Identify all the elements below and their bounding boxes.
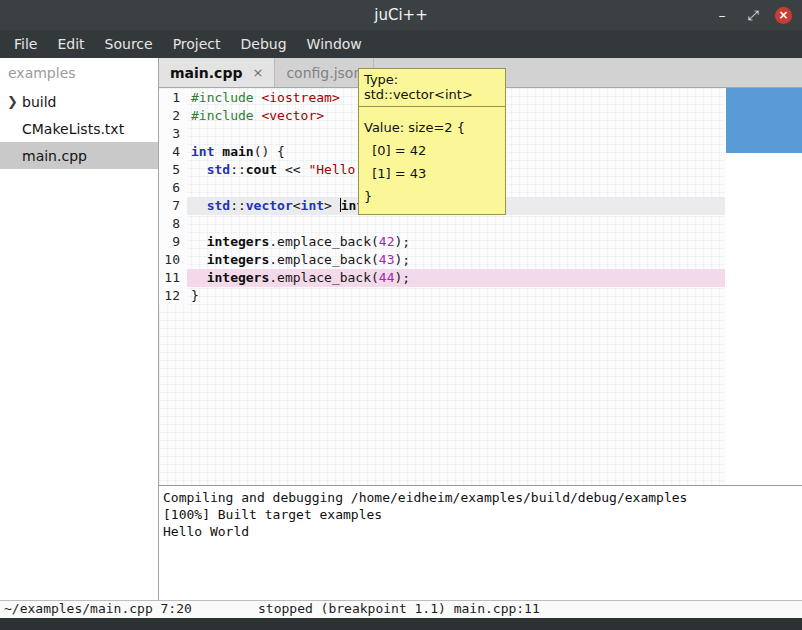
code-token: .emplace_back(	[269, 252, 379, 267]
tree-item-build[interactable]: ❯build	[0, 88, 158, 115]
menu-item-debug[interactable]: Debug	[231, 30, 297, 58]
line-number: 7	[159, 197, 187, 215]
code-text[interactable]: integers.emplace_back(43);	[187, 251, 725, 269]
project-tree: ❯buildCMakeLists.txtmain.cpp	[0, 88, 158, 169]
tooltip-value-line: [1] = 43	[364, 162, 500, 185]
code-token: 44	[379, 270, 395, 285]
code-token: std	[207, 162, 230, 177]
code-token: int	[191, 144, 214, 159]
tree-item-cmakelists-txt[interactable]: CMakeLists.txt	[0, 115, 158, 142]
window-controls: – ⤢ ×	[713, 6, 802, 24]
menu-item-source[interactable]: Source	[95, 30, 163, 58]
code-token: );	[395, 252, 411, 267]
status-bar: ~/examples/main.cpp 7:20 stopped (breakp…	[0, 600, 802, 618]
output-line: Compiling and debugging /home/eidheim/ex…	[163, 489, 798, 506]
code-token	[191, 162, 207, 177]
app-window: juCi++ – ⤢ × FileEditSourceProjectDebugW…	[0, 0, 802, 630]
line-number: 12	[159, 287, 187, 305]
line-number: 6	[159, 179, 187, 197]
file-sidebar: examples ❯buildCMakeLists.txtmain.cpp	[0, 58, 159, 600]
code-token: }	[191, 288, 199, 303]
code-token: ::	[230, 198, 246, 213]
code-text[interactable]: integers.emplace_back(42);	[187, 233, 725, 251]
tab-main-cpp[interactable]: main.cpp×	[159, 58, 275, 87]
line-number: 11	[159, 269, 187, 287]
code-token: vector	[246, 198, 293, 213]
title-bar: juCi++ – ⤢ ×	[0, 0, 802, 30]
code-line[interactable]: 8	[159, 215, 725, 233]
code-token: cout	[246, 162, 277, 177]
menu-bar: FileEditSourceProjectDebugWindow	[0, 30, 802, 58]
code-line[interactable]: 10 integers.emplace_back(43);	[159, 251, 725, 269]
code-token	[191, 252, 207, 267]
tooltip-value-line: }	[364, 185, 500, 208]
code-token: int	[301, 198, 324, 213]
tree-item-main-cpp[interactable]: main.cpp	[0, 142, 158, 169]
status-debug-state: stopped (breakpoint 1.1) main.cpp:11	[258, 601, 540, 616]
project-name-header: examples	[0, 58, 158, 88]
tab-close-icon[interactable]: ×	[252, 65, 263, 80]
code-token: >	[324, 198, 340, 213]
code-token: );	[395, 234, 411, 249]
tree-item-label: CMakeLists.txt	[22, 121, 124, 137]
code-text[interactable]	[187, 215, 725, 233]
output-panel: Compiling and debugging /home/eidheim/ex…	[159, 485, 802, 600]
line-number: 1	[159, 89, 187, 107]
tooltip-type-line: Type: std::vector<int>	[358, 68, 506, 107]
close-button[interactable]: ×	[775, 7, 792, 24]
menu-item-window[interactable]: Window	[297, 30, 372, 58]
minimap-block[interactable]	[726, 88, 802, 153]
chevron-right-icon[interactable]: ❯	[7, 94, 22, 109]
minimize-button[interactable]: –	[713, 6, 731, 24]
code-token	[191, 234, 207, 249]
code-line[interactable]: 11 integers.emplace_back(44);	[159, 269, 725, 287]
code-token: <	[293, 198, 301, 213]
code-token: <vector>	[261, 108, 324, 123]
code-token: ::	[230, 162, 246, 177]
tooltip-value-line: [0] = 42	[364, 139, 500, 162]
stopped-line-code[interactable]: integers.emplace_back(44);	[187, 269, 725, 287]
code-token: 43	[379, 252, 395, 267]
code-token: #include	[191, 108, 254, 123]
output-line: [100%] Built target examples	[163, 506, 798, 523]
code-token: <<	[277, 162, 308, 177]
maximize-button[interactable]: ⤢	[744, 6, 762, 24]
line-number: 10	[159, 251, 187, 269]
code-token: .emplace_back(	[269, 270, 379, 285]
code-token: integers	[207, 270, 270, 285]
menu-item-edit[interactable]: Edit	[47, 30, 94, 58]
code-token: main	[222, 144, 253, 159]
scroll-overview[interactable]	[725, 88, 802, 485]
tab-label: main.cpp	[170, 65, 242, 81]
code-token: .emplace_back(	[269, 234, 379, 249]
code-line[interactable]: 12}	[159, 287, 725, 305]
line-number: 4	[159, 143, 187, 161]
code-token: <iostream>	[261, 90, 339, 105]
output-line: Hello World	[163, 523, 798, 540]
code-line[interactable]: 9 integers.emplace_back(42);	[159, 233, 725, 251]
menu-item-project[interactable]: Project	[163, 30, 231, 58]
line-number: 9	[159, 233, 187, 251]
line-number: 3	[159, 125, 187, 143]
line-number: 2	[159, 107, 187, 125]
line-number: 5	[159, 161, 187, 179]
code-token: 42	[379, 234, 395, 249]
code-token: std	[207, 198, 230, 213]
tooltip-value-block: Value: size=2 { [0] = 42 [1] = 43}	[358, 107, 506, 215]
line-number: 8	[159, 215, 187, 233]
code-text[interactable]: }	[187, 287, 725, 305]
status-file-position: ~/examples/main.cpp 7:20	[4, 601, 192, 616]
tree-item-label: main.cpp	[22, 148, 87, 164]
code-token: integers	[207, 252, 270, 267]
tab-label: config.json	[286, 65, 362, 81]
code-token: );	[395, 270, 411, 285]
code-token	[191, 270, 207, 285]
tooltip-value-line: Value: size=2 {	[364, 116, 500, 139]
tree-item-label: build	[22, 94, 56, 110]
window-title: juCi++	[0, 6, 802, 24]
code-token: integers	[207, 234, 270, 249]
bottom-window-edge	[0, 618, 802, 630]
code-token	[191, 198, 207, 213]
code-token: () {	[254, 144, 285, 159]
menu-item-file[interactable]: File	[4, 30, 47, 58]
